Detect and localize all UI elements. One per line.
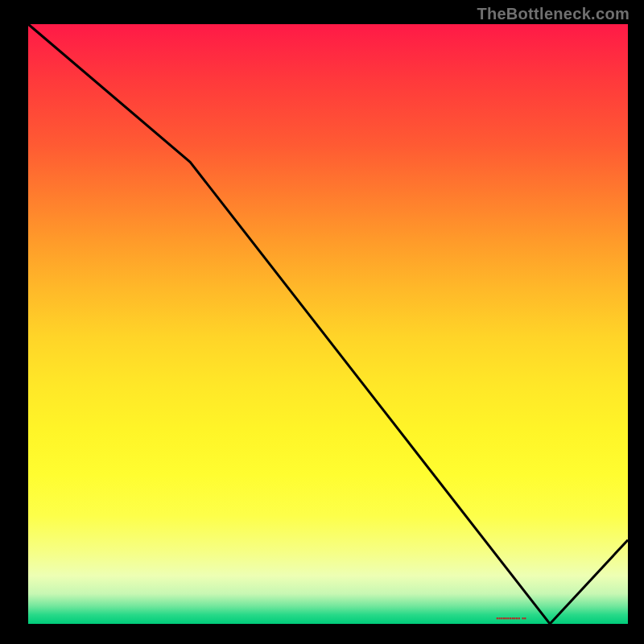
attribution-text: TheBottleneck.com (477, 5, 630, 23)
minimum-marker: ▪▪▪▪▪▪▪▪▪▪▪ ▪▪ (496, 614, 556, 622)
chart-container: TheBottleneck.com ▪▪▪▪▪▪▪▪▪▪▪ ▪▪ (0, 0, 644, 644)
data-line (28, 24, 628, 624)
